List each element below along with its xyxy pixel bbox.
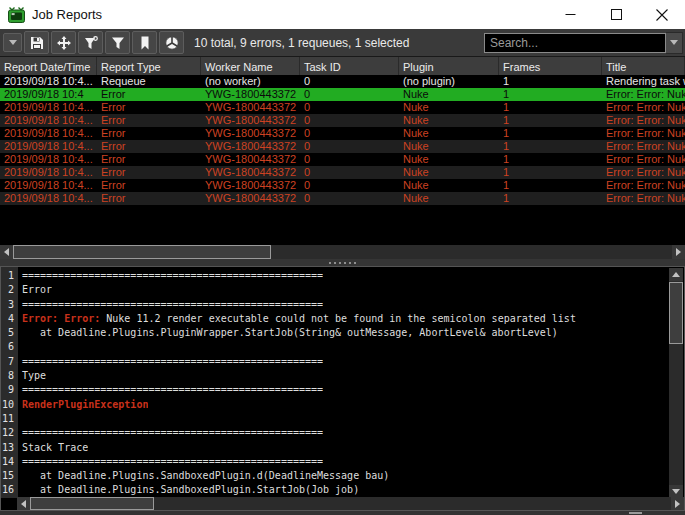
line-text: RenderPluginException: [18, 398, 148, 412]
line-text: ========================================…: [18, 426, 323, 440]
log-horizontal-scrollbar[interactable]: [17, 497, 684, 510]
table-row[interactable]: 2019/09/18 10:4... Error YWG-1800443372 …: [0, 192, 685, 205]
cell-report-type: Error: [97, 140, 201, 153]
cell-plugin: Nuke: [399, 88, 499, 101]
move-columns-icon: [57, 36, 71, 50]
log-line: 2 Error: [1, 283, 669, 297]
log-line: 13 Stack Trace: [1, 441, 669, 455]
scroll-right-button[interactable]: [672, 245, 685, 259]
cell-task-id: 0: [300, 179, 399, 192]
cell-report-date: 2019/09/18 10:4...: [0, 179, 97, 192]
resize-grip[interactable]: [629, 512, 642, 514]
cell-worker-name: YWG-1800443372: [201, 179, 300, 192]
line-number: 12: [1, 426, 18, 440]
table-row[interactable]: 2019/09/18 10:4... Requeue (no worker) 0…: [0, 75, 685, 88]
job-reports-window: Job Reports: [0, 0, 685, 515]
arrow-right-icon: [675, 500, 680, 508]
filter-button[interactable]: [105, 31, 130, 54]
log-text: 1 ======================================…: [1, 269, 669, 498]
cell-worker-name: YWG-1800443372: [201, 88, 300, 101]
resize-columns-button[interactable]: [51, 31, 76, 54]
report-table: 2019/09/18 10:4... Requeue (no worker) 0…: [0, 75, 685, 205]
cell-task-id: 0: [300, 127, 399, 140]
log-line: 7 ======================================…: [1, 355, 669, 369]
table-empty-area: [0, 205, 685, 245]
line-number: 7: [1, 355, 18, 369]
table-row[interactable]: 2019/09/18 10:4... Error YWG-1800443372 …: [0, 179, 685, 192]
table-row[interactable]: 2019/09/18 10:4... Error YWG-1800443372 …: [0, 127, 685, 140]
log-line: 15 at Deadline.Plugins.SandboxedPlugin.d…: [1, 469, 669, 483]
arrow-left-icon: [4, 248, 9, 256]
column-header[interactable]: Frames: [499, 57, 602, 75]
column-header[interactable]: Report Date/Time ▼: [0, 57, 97, 75]
log-vertical-scrollbar[interactable]: [669, 268, 683, 498]
column-header[interactable]: Title: [602, 57, 685, 75]
search-dropdown-button[interactable]: [666, 32, 683, 54]
cell-report-date: 2019/09/18 10:4...: [0, 127, 97, 140]
toolbar-dropdown-button[interactable]: [3, 33, 22, 52]
cell-report-type: Error: [97, 114, 201, 127]
pie-button[interactable]: [159, 31, 184, 54]
table-row[interactable]: 2019/09/18 10:4... Error YWG-1800443372 …: [0, 140, 685, 153]
search-input[interactable]: [484, 33, 666, 53]
save-reports-button[interactable]: [24, 31, 49, 54]
line-number: 6: [1, 340, 18, 354]
column-header[interactable]: Task ID: [300, 57, 399, 75]
cell-task-id: 0: [300, 101, 399, 114]
log-line: 3 ======================================…: [1, 298, 669, 312]
log-line: 6: [1, 340, 669, 354]
cell-title: Error: Error: Nuk: [602, 114, 685, 127]
table-row[interactable]: 2019/09/18 10:4... Error YWG-1800443372 …: [0, 166, 685, 179]
dropdown-icon: [9, 40, 17, 45]
column-header[interactable]: Report Type: [97, 57, 201, 75]
scroll-right-button[interactable]: [671, 497, 684, 510]
column-header-label: Worker Name: [205, 61, 273, 73]
cell-worker-name: YWG-1800443372: [201, 166, 300, 179]
cell-task-id: 0: [300, 75, 399, 88]
cell-worker-name: YWG-1800443372: [201, 114, 300, 127]
cell-worker-name: YWG-1800443372: [201, 140, 300, 153]
splitter-grip-icon: [329, 262, 356, 264]
cell-frames: 1: [499, 153, 602, 166]
cell-plugin: Nuke: [399, 114, 499, 127]
line-number: 1: [1, 269, 18, 283]
scrollbar-thumb[interactable]: [30, 497, 154, 510]
table-row[interactable]: 2019/09/18 10:4 Error YWG-1800443372 0 N…: [0, 88, 685, 101]
scrollbar-thumb[interactable]: [13, 245, 271, 259]
cell-task-id: 0: [300, 88, 399, 101]
panel-splitter[interactable]: [0, 259, 685, 266]
scroll-left-button[interactable]: [0, 245, 13, 259]
close-button[interactable]: [639, 0, 685, 29]
report-log-panel[interactable]: 1 ======================================…: [0, 266, 685, 511]
line-text: ========================================…: [18, 383, 323, 397]
cell-report-type: Error: [97, 127, 201, 140]
cell-plugin: Nuke: [399, 140, 499, 153]
line-text: [18, 340, 22, 354]
scrollbar-thumb[interactable]: [669, 282, 683, 344]
line-text: at Deadline.Plugins.SandboxedPlugin.Star…: [18, 483, 359, 497]
table-horizontal-scrollbar[interactable]: [0, 245, 685, 259]
cell-report-date: 2019/09/18 10:4...: [0, 114, 97, 127]
scroll-left-button[interactable]: [17, 497, 30, 510]
report-stats-text: 10 total, 9 errors, 1 requeues, 1 select…: [194, 36, 409, 50]
column-header[interactable]: Plugin: [399, 57, 499, 75]
column-header-label: Plugin: [403, 61, 434, 73]
cell-worker-name: YWG-1800443372: [201, 127, 300, 140]
line-number: 10: [1, 398, 18, 412]
line-text: ========================================…: [18, 455, 323, 469]
table-row[interactable]: 2019/09/18 10:4... Error YWG-1800443372 …: [0, 114, 685, 127]
cell-frames: 1: [499, 127, 602, 140]
arrow-right-icon: [676, 248, 681, 256]
column-header[interactable]: Worker Name: [201, 57, 300, 75]
cell-task-id: 0: [300, 114, 399, 127]
line-text: Error: Error: Nuke 11.2 render executabl…: [18, 312, 576, 326]
table-row[interactable]: 2019/09/18 10:4... Error YWG-1800443372 …: [0, 101, 685, 114]
filter-settings-button[interactable]: [78, 31, 103, 54]
line-text: ========================================…: [18, 298, 323, 312]
scroll-up-button[interactable]: [669, 268, 683, 281]
log-error-prefix: Error: Error:: [22, 313, 100, 324]
bookmark-button[interactable]: [132, 31, 157, 54]
minimize-button[interactable]: [547, 0, 593, 29]
table-row[interactable]: 2019/09/18 10:4... Error YWG-1800443372 …: [0, 153, 685, 166]
maximize-button[interactable]: [593, 0, 639, 29]
